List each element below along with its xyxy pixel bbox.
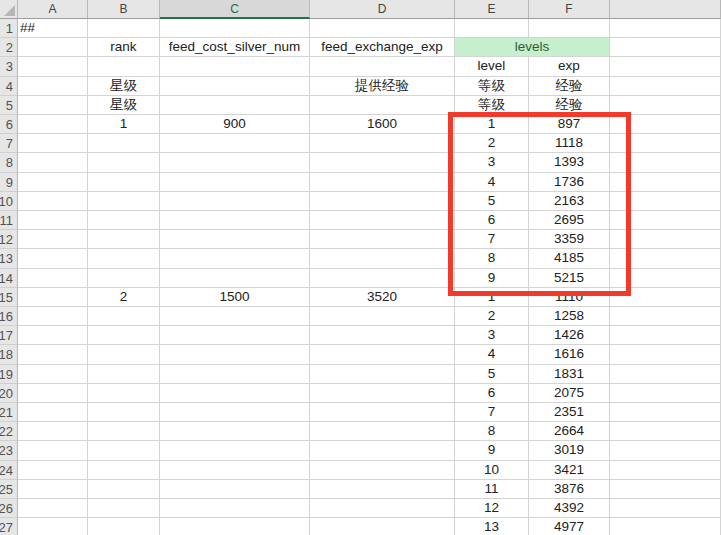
column-header-B[interactable]: B — [88, 0, 160, 19]
cell-G24-empty[interactable] — [610, 461, 721, 480]
cell-A18-empty[interactable] — [18, 345, 88, 364]
row-header-11[interactable]: 11 — [0, 211, 18, 230]
cell-A2-empty[interactable] — [18, 38, 88, 57]
cell-B26-empty[interactable] — [88, 499, 160, 518]
cell-E14[interactable]: 9 — [455, 269, 529, 288]
cell-A5-empty[interactable] — [18, 96, 88, 115]
cell-G12-empty[interactable] — [610, 230, 721, 249]
cell-C15[interactable]: 1500 — [160, 288, 310, 307]
cell-D12-empty[interactable] — [310, 230, 455, 249]
cell-B9-empty[interactable] — [88, 173, 160, 192]
cell-F9[interactable]: 1736 — [529, 173, 610, 192]
cell-F3[interactable]: exp — [529, 57, 610, 76]
cell-C24-empty[interactable] — [160, 461, 310, 480]
cell-F24[interactable]: 3421 — [529, 461, 610, 480]
row-header-27[interactable]: 27 — [0, 518, 18, 535]
row-header-25[interactable]: 25 — [0, 480, 18, 499]
cell-C25-empty[interactable] — [160, 480, 310, 499]
cell-E23[interactable]: 9 — [455, 441, 529, 460]
cell-D8-empty[interactable] — [310, 153, 455, 172]
cell-E21[interactable]: 7 — [455, 403, 529, 422]
cell-C23-empty[interactable] — [160, 441, 310, 460]
cell-D24-empty[interactable] — [310, 461, 455, 480]
column-header-blank[interactable] — [610, 0, 721, 19]
cell-D7-empty[interactable] — [310, 134, 455, 153]
cell-E24[interactable]: 10 — [455, 461, 529, 480]
cell-E6[interactable]: 1 — [455, 115, 529, 134]
cell-A16-empty[interactable] — [18, 307, 88, 326]
cell-A9-empty[interactable] — [18, 173, 88, 192]
row-header-10[interactable]: 10 — [0, 192, 18, 211]
cell-C9-empty[interactable] — [160, 173, 310, 192]
cell-D23-empty[interactable] — [310, 441, 455, 460]
row-header-2[interactable]: 2 — [0, 38, 18, 57]
cell-F21[interactable]: 2351 — [529, 403, 610, 422]
cell-G21-empty[interactable] — [610, 403, 721, 422]
cell-B14-empty[interactable] — [88, 269, 160, 288]
cell-D17-empty[interactable] — [310, 326, 455, 345]
row-header-6[interactable]: 6 — [0, 115, 18, 134]
cell-B7-empty[interactable] — [88, 134, 160, 153]
cell-B27-empty[interactable] — [88, 518, 160, 535]
cell-G19-empty[interactable] — [610, 365, 721, 384]
cell-D5-empty[interactable] — [310, 96, 455, 115]
cell-F22[interactable]: 2664 — [529, 422, 610, 441]
cell-G18-empty[interactable] — [610, 345, 721, 364]
cell-B20-empty[interactable] — [88, 384, 160, 403]
cell-F19[interactable]: 1831 — [529, 365, 610, 384]
cell-A14-empty[interactable] — [18, 269, 88, 288]
cell-F7[interactable]: 1118 — [529, 134, 610, 153]
cell-A8-empty[interactable] — [18, 153, 88, 172]
cell-F10[interactable]: 2163 — [529, 192, 610, 211]
cell-A23-empty[interactable] — [18, 441, 88, 460]
row-header-7[interactable]: 7 — [0, 134, 18, 153]
cell-F18[interactable]: 1616 — [529, 345, 610, 364]
cell-B1-empty[interactable] — [88, 19, 160, 38]
cell-C21-empty[interactable] — [160, 403, 310, 422]
cell-G13-empty[interactable] — [610, 249, 721, 268]
cell-G27-empty[interactable] — [610, 518, 721, 535]
row-header-15[interactable]: 15 — [0, 288, 18, 307]
cell-D3-empty[interactable] — [310, 57, 455, 76]
cell-D25-empty[interactable] — [310, 480, 455, 499]
cell-B10-empty[interactable] — [88, 192, 160, 211]
cell-E17[interactable]: 3 — [455, 326, 529, 345]
cell-F5[interactable]: 经验 — [529, 96, 610, 115]
cell-G25-empty[interactable] — [610, 480, 721, 499]
row-header-3[interactable]: 3 — [0, 57, 18, 76]
cell-D9-empty[interactable] — [310, 173, 455, 192]
cell-C17-empty[interactable] — [160, 326, 310, 345]
row-header-8[interactable]: 8 — [0, 153, 18, 172]
cell-B21-empty[interactable] — [88, 403, 160, 422]
cell-A17-empty[interactable] — [18, 326, 88, 345]
cell-E9[interactable]: 4 — [455, 173, 529, 192]
cell-A12-empty[interactable] — [18, 230, 88, 249]
cell-E18[interactable]: 4 — [455, 345, 529, 364]
cell-D2[interactable]: feed_exchange_exp — [310, 38, 455, 57]
cell-E25[interactable]: 11 — [455, 480, 529, 499]
row-header-9[interactable]: 9 — [0, 173, 18, 192]
cell-E12[interactable]: 7 — [455, 230, 529, 249]
cell-F14[interactable]: 5215 — [529, 269, 610, 288]
cell-F23[interactable]: 3019 — [529, 441, 610, 460]
cell-G16-empty[interactable] — [610, 307, 721, 326]
cell-B24-empty[interactable] — [88, 461, 160, 480]
cell-E1-empty[interactable] — [455, 19, 529, 38]
column-header-A[interactable]: A — [18, 0, 88, 19]
cell-B6[interactable]: 1 — [88, 115, 160, 134]
cell-A27-empty[interactable] — [18, 518, 88, 535]
cell-F12[interactable]: 3359 — [529, 230, 610, 249]
cell-G15-empty[interactable] — [610, 288, 721, 307]
column-header-D[interactable]: D — [310, 0, 455, 19]
cell-G2-empty[interactable] — [610, 38, 721, 57]
cell-A22-empty[interactable] — [18, 422, 88, 441]
cell-E11[interactable]: 6 — [455, 211, 529, 230]
cell-A11-empty[interactable] — [18, 211, 88, 230]
cell-B25-empty[interactable] — [88, 480, 160, 499]
cell-G23-empty[interactable] — [610, 441, 721, 460]
cell-B19-empty[interactable] — [88, 365, 160, 384]
cell-A3-empty[interactable] — [18, 57, 88, 76]
cell-C12-empty[interactable] — [160, 230, 310, 249]
cell-C18-empty[interactable] — [160, 345, 310, 364]
cell-G7-empty[interactable] — [610, 134, 721, 153]
